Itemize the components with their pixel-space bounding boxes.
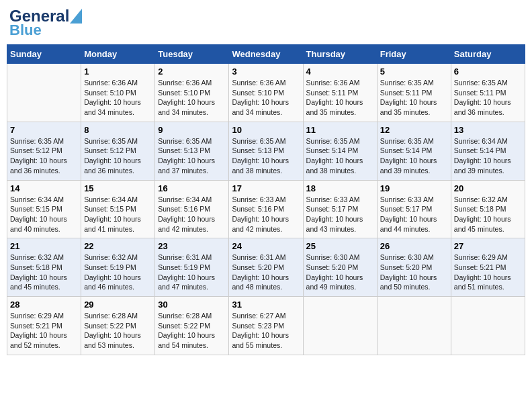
col-tuesday: Tuesday xyxy=(155,45,229,64)
calendar-week-row: 28Sunrise: 6:29 AM Sunset: 5:21 PM Dayli… xyxy=(7,297,525,355)
calendar-cell: 17Sunrise: 6:33 AM Sunset: 5:16 PM Dayli… xyxy=(229,180,303,238)
calendar-cell: 9Sunrise: 6:35 AM Sunset: 5:13 PM Daylig… xyxy=(155,122,229,180)
day-detail: Sunrise: 6:32 AM Sunset: 5:18 PM Dayligh… xyxy=(454,195,522,234)
day-number: 4 xyxy=(306,66,374,77)
calendar-cell: 22Sunrise: 6:32 AM Sunset: 5:19 PM Dayli… xyxy=(81,238,155,297)
day-number: 6 xyxy=(454,66,522,77)
day-detail: Sunrise: 6:36 AM Sunset: 5:10 PM Dayligh… xyxy=(232,78,300,118)
day-detail: Sunrise: 6:35 AM Sunset: 5:14 PM Dayligh… xyxy=(306,136,374,176)
col-saturday: Saturday xyxy=(451,45,525,64)
day-detail: Sunrise: 6:35 AM Sunset: 5:11 PM Dayligh… xyxy=(380,78,448,118)
calendar-cell: 15Sunrise: 6:34 AM Sunset: 5:15 PM Dayli… xyxy=(81,180,155,238)
calendar-cell xyxy=(303,297,377,355)
calendar-week-row: 14Sunrise: 6:34 AM Sunset: 5:15 PM Dayli… xyxy=(7,180,525,238)
calendar-cell: 16Sunrise: 6:34 AM Sunset: 5:16 PM Dayli… xyxy=(155,180,229,238)
logo-triangle-icon xyxy=(70,9,82,24)
day-number: 14 xyxy=(10,183,78,193)
day-number: 16 xyxy=(158,183,226,193)
day-detail: Sunrise: 6:28 AM Sunset: 5:22 PM Dayligh… xyxy=(84,311,152,351)
day-number: 25 xyxy=(306,241,374,251)
calendar-cell: 10Sunrise: 6:35 AM Sunset: 5:13 PM Dayli… xyxy=(229,122,303,180)
day-number: 9 xyxy=(158,125,226,135)
day-detail: Sunrise: 6:35 AM Sunset: 5:11 PM Dayligh… xyxy=(454,78,522,118)
calendar-cell: 21Sunrise: 6:32 AM Sunset: 5:18 PM Dayli… xyxy=(7,238,81,297)
day-detail: Sunrise: 6:36 AM Sunset: 5:10 PM Dayligh… xyxy=(158,78,226,118)
day-number: 3 xyxy=(232,66,300,77)
svg-marker-0 xyxy=(70,9,82,24)
calendar-cell xyxy=(377,297,451,355)
day-number: 29 xyxy=(84,300,152,310)
day-number: 19 xyxy=(380,183,448,193)
day-number: 31 xyxy=(232,300,300,310)
calendar-cell: 3Sunrise: 6:36 AM Sunset: 5:10 PM Daylig… xyxy=(229,64,303,122)
calendar-body: 1Sunrise: 6:36 AM Sunset: 5:10 PM Daylig… xyxy=(7,64,525,355)
day-detail: Sunrise: 6:31 AM Sunset: 5:20 PM Dayligh… xyxy=(232,253,300,292)
calendar-cell: 13Sunrise: 6:34 AM Sunset: 5:14 PM Dayli… xyxy=(451,122,525,180)
day-number: 5 xyxy=(380,66,448,77)
day-detail: Sunrise: 6:36 AM Sunset: 5:10 PM Dayligh… xyxy=(84,78,152,118)
day-number: 27 xyxy=(454,241,522,251)
calendar-cell: 27Sunrise: 6:29 AM Sunset: 5:21 PM Dayli… xyxy=(451,238,525,297)
col-sunday: Sunday xyxy=(7,45,81,64)
calendar-week-row: 21Sunrise: 6:32 AM Sunset: 5:18 PM Dayli… xyxy=(7,238,525,297)
day-detail: Sunrise: 6:29 AM Sunset: 5:21 PM Dayligh… xyxy=(10,311,78,351)
page-header: General Blue xyxy=(7,7,525,39)
day-detail: Sunrise: 6:30 AM Sunset: 5:20 PM Dayligh… xyxy=(306,253,374,292)
day-number: 15 xyxy=(84,183,152,193)
col-friday: Friday xyxy=(377,45,451,64)
calendar-cell: 1Sunrise: 6:36 AM Sunset: 5:10 PM Daylig… xyxy=(81,64,155,122)
day-detail: Sunrise: 6:34 AM Sunset: 5:16 PM Dayligh… xyxy=(158,195,226,234)
day-detail: Sunrise: 6:36 AM Sunset: 5:11 PM Dayligh… xyxy=(306,78,374,118)
day-number: 21 xyxy=(10,241,78,251)
col-monday: Monday xyxy=(81,45,155,64)
calendar-cell: 23Sunrise: 6:31 AM Sunset: 5:19 PM Dayli… xyxy=(155,238,229,297)
calendar-cell: 5Sunrise: 6:35 AM Sunset: 5:11 PM Daylig… xyxy=(377,64,451,122)
calendar-cell: 14Sunrise: 6:34 AM Sunset: 5:15 PM Dayli… xyxy=(7,180,81,238)
calendar-cell xyxy=(451,297,525,355)
calendar-cell: 26Sunrise: 6:30 AM Sunset: 5:20 PM Dayli… xyxy=(377,238,451,297)
day-detail: Sunrise: 6:35 AM Sunset: 5:14 PM Dayligh… xyxy=(380,136,448,176)
calendar-cell: 12Sunrise: 6:35 AM Sunset: 5:14 PM Dayli… xyxy=(377,122,451,180)
day-detail: Sunrise: 6:30 AM Sunset: 5:20 PM Dayligh… xyxy=(380,253,448,292)
calendar-cell: 28Sunrise: 6:29 AM Sunset: 5:21 PM Dayli… xyxy=(7,297,81,355)
calendar-week-row: 7Sunrise: 6:35 AM Sunset: 5:12 PM Daylig… xyxy=(7,122,525,180)
calendar-cell: 7Sunrise: 6:35 AM Sunset: 5:12 PM Daylig… xyxy=(7,122,81,180)
day-detail: Sunrise: 6:32 AM Sunset: 5:18 PM Dayligh… xyxy=(10,253,78,292)
day-number: 10 xyxy=(232,125,300,135)
col-thursday: Thursday xyxy=(303,45,377,64)
calendar-cell: 24Sunrise: 6:31 AM Sunset: 5:20 PM Dayli… xyxy=(229,238,303,297)
day-detail: Sunrise: 6:34 AM Sunset: 5:14 PM Dayligh… xyxy=(454,136,522,176)
calendar-cell: 25Sunrise: 6:30 AM Sunset: 5:20 PM Dayli… xyxy=(303,238,377,297)
calendar-cell: 29Sunrise: 6:28 AM Sunset: 5:22 PM Dayli… xyxy=(81,297,155,355)
calendar-cell: 2Sunrise: 6:36 AM Sunset: 5:10 PM Daylig… xyxy=(155,64,229,122)
day-detail: Sunrise: 6:31 AM Sunset: 5:19 PM Dayligh… xyxy=(158,253,226,292)
calendar-cell: 30Sunrise: 6:28 AM Sunset: 5:22 PM Dayli… xyxy=(155,297,229,355)
calendar-cell: 19Sunrise: 6:33 AM Sunset: 5:17 PM Dayli… xyxy=(377,180,451,238)
day-number: 22 xyxy=(84,241,152,251)
day-detail: Sunrise: 6:35 AM Sunset: 5:13 PM Dayligh… xyxy=(158,136,226,176)
day-detail: Sunrise: 6:34 AM Sunset: 5:15 PM Dayligh… xyxy=(84,195,152,234)
day-number: 20 xyxy=(454,183,522,193)
calendar-cell: 18Sunrise: 6:33 AM Sunset: 5:17 PM Dayli… xyxy=(303,180,377,238)
calendar-cell: 31Sunrise: 6:27 AM Sunset: 5:23 PM Dayli… xyxy=(229,297,303,355)
day-detail: Sunrise: 6:33 AM Sunset: 5:16 PM Dayligh… xyxy=(232,195,300,234)
calendar-week-row: 1Sunrise: 6:36 AM Sunset: 5:10 PM Daylig… xyxy=(7,64,525,122)
day-number: 26 xyxy=(380,241,448,251)
calendar-cell: 11Sunrise: 6:35 AM Sunset: 5:14 PM Dayli… xyxy=(303,122,377,180)
col-wednesday: Wednesday xyxy=(229,45,303,64)
day-detail: Sunrise: 6:29 AM Sunset: 5:21 PM Dayligh… xyxy=(454,253,522,292)
day-detail: Sunrise: 6:27 AM Sunset: 5:23 PM Dayligh… xyxy=(232,311,300,351)
calendar-table: Sunday Monday Tuesday Wednesday Thursday… xyxy=(7,44,525,355)
calendar-cell: 8Sunrise: 6:35 AM Sunset: 5:12 PM Daylig… xyxy=(81,122,155,180)
day-detail: Sunrise: 6:33 AM Sunset: 5:17 PM Dayligh… xyxy=(380,195,448,234)
day-number: 13 xyxy=(454,125,522,135)
calendar-cell: 20Sunrise: 6:32 AM Sunset: 5:18 PM Dayli… xyxy=(451,180,525,238)
day-number: 28 xyxy=(10,300,78,310)
day-number: 12 xyxy=(380,125,448,135)
day-number: 1 xyxy=(84,66,152,77)
day-number: 2 xyxy=(158,66,226,77)
calendar-cell xyxy=(7,64,81,122)
day-detail: Sunrise: 6:35 AM Sunset: 5:13 PM Dayligh… xyxy=(232,136,300,176)
day-number: 24 xyxy=(232,241,300,251)
logo-blue: Blue xyxy=(9,21,42,39)
